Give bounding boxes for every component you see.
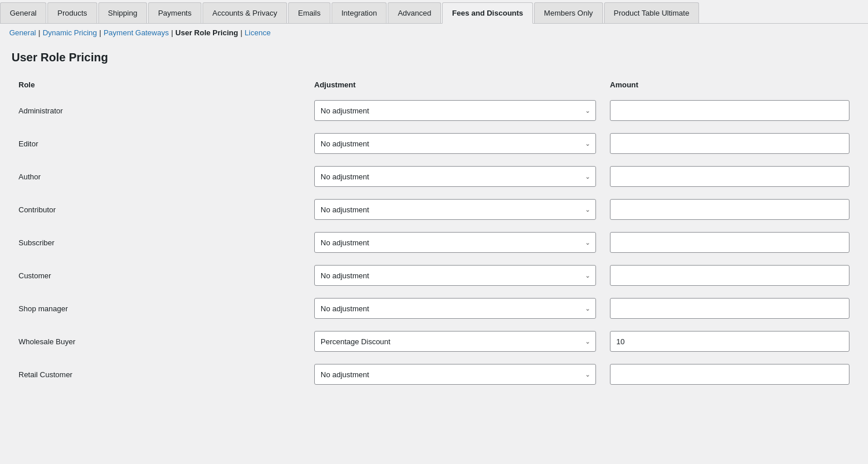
- page-title: User Role Pricing: [12, 51, 856, 64]
- amount-input-shop-manager[interactable]: [610, 298, 849, 319]
- subnav-link-general[interactable]: General: [9, 28, 36, 37]
- table-row: AuthorNo adjustmentPercentage DiscountFi…: [12, 160, 856, 193]
- subnav-separator: |: [38, 28, 40, 37]
- table-row: AdministratorNo adjustmentPercentage Dis…: [12, 94, 856, 127]
- subnav-separator: |: [240, 28, 242, 37]
- subnav-item-user-role-pricing: User Role Pricing: [175, 28, 238, 37]
- tab-members-only[interactable]: Members Only: [534, 2, 603, 23]
- subnav-link-payment-gateways[interactable]: Payment Gateways: [104, 28, 169, 37]
- role-label-customer: Customer: [19, 271, 51, 280]
- select-wrapper-subscriber: No adjustmentPercentage DiscountFixed Di…: [314, 232, 596, 253]
- pricing-table: Role Adjustment Amount AdministratorNo a…: [12, 76, 856, 391]
- subnav-link-licence[interactable]: Licence: [245, 28, 271, 37]
- adjustment-select-contributor[interactable]: No adjustmentPercentage DiscountFixed Di…: [314, 199, 596, 220]
- adjustment-select-customer[interactable]: No adjustmentPercentage DiscountFixed Di…: [314, 265, 596, 286]
- amount-input-author[interactable]: [610, 166, 849, 187]
- amount-input-wholesale-buyer[interactable]: [610, 331, 849, 352]
- role-label-editor: Editor: [19, 139, 38, 148]
- role-label-author: Author: [19, 172, 41, 181]
- col-header-adjustment: Adjustment: [307, 76, 603, 94]
- adjustment-select-author[interactable]: No adjustmentPercentage DiscountFixed Di…: [314, 166, 596, 187]
- adjustment-select-retail-customer[interactable]: No adjustmentPercentage DiscountFixed Di…: [314, 364, 596, 385]
- tab-general[interactable]: General: [0, 2, 46, 23]
- select-wrapper-retail-customer: No adjustmentPercentage DiscountFixed Di…: [314, 364, 596, 385]
- select-wrapper-administrator: No adjustmentPercentage DiscountFixed Di…: [314, 100, 596, 121]
- role-label-administrator: Administrator: [19, 106, 63, 115]
- tab-accounts-privacy[interactable]: Accounts & Privacy: [203, 2, 287, 23]
- page-content: User Role Pricing Role Adjustment Amount…: [0, 42, 868, 400]
- adjustment-select-administrator[interactable]: No adjustmentPercentage DiscountFixed Di…: [314, 100, 596, 121]
- select-wrapper-shop-manager: No adjustmentPercentage DiscountFixed Di…: [314, 298, 596, 319]
- role-label-shop-manager: Shop manager: [19, 304, 68, 313]
- amount-input-customer[interactable]: [610, 265, 849, 286]
- tab-emails[interactable]: Emails: [288, 2, 330, 23]
- table-row: ContributorNo adjustmentPercentage Disco…: [12, 193, 856, 226]
- col-header-role: Role: [12, 76, 307, 94]
- table-row: EditorNo adjustmentPercentage DiscountFi…: [12, 127, 856, 160]
- tab-advanced[interactable]: Advanced: [388, 2, 441, 23]
- subnav-link-dynamic-pricing[interactable]: Dynamic Pricing: [43, 28, 97, 37]
- tab-product-table-ultimate[interactable]: Product Table Ultimate: [604, 2, 700, 23]
- amount-input-retail-customer[interactable]: [610, 364, 849, 385]
- subnav-separator: |: [171, 28, 173, 37]
- table-row: CustomerNo adjustmentPercentage Discount…: [12, 259, 856, 292]
- subnav-separator: |: [100, 28, 101, 37]
- role-label-subscriber: Subscriber: [19, 238, 54, 247]
- select-wrapper-editor: No adjustmentPercentage DiscountFixed Di…: [314, 133, 596, 154]
- tab-integration[interactable]: Integration: [332, 2, 387, 23]
- tab-bar: GeneralProductsShippingPaymentsAccounts …: [0, 0, 868, 24]
- table-row: Shop managerNo adjustmentPercentage Disc…: [12, 292, 856, 325]
- tab-shipping[interactable]: Shipping: [98, 2, 148, 23]
- amount-input-editor[interactable]: [610, 133, 849, 154]
- table-row: Retail CustomerNo adjustmentPercentage D…: [12, 358, 856, 391]
- col-header-amount: Amount: [603, 76, 856, 94]
- role-label-retail-customer: Retail Customer: [19, 370, 72, 379]
- table-row: SubscriberNo adjustmentPercentage Discou…: [12, 226, 856, 259]
- adjustment-select-shop-manager[interactable]: No adjustmentPercentage DiscountFixed Di…: [314, 298, 596, 319]
- select-wrapper-author: No adjustmentPercentage DiscountFixed Di…: [314, 166, 596, 187]
- select-wrapper-wholesale-buyer: No adjustmentPercentage DiscountFixed Di…: [314, 331, 596, 352]
- select-wrapper-contributor: No adjustmentPercentage DiscountFixed Di…: [314, 199, 596, 220]
- amount-input-contributor[interactable]: [610, 199, 849, 220]
- adjustment-select-wholesale-buyer[interactable]: No adjustmentPercentage DiscountFixed Di…: [314, 331, 596, 352]
- role-label-wholesale-buyer: Wholesale Buyer: [19, 337, 75, 346]
- adjustment-select-subscriber[interactable]: No adjustmentPercentage DiscountFixed Di…: [314, 232, 596, 253]
- sub-nav: General|Dynamic Pricing|Payment Gateways…: [0, 24, 868, 42]
- amount-input-subscriber[interactable]: [610, 232, 849, 253]
- select-wrapper-customer: No adjustmentPercentage DiscountFixed Di…: [314, 265, 596, 286]
- tab-payments[interactable]: Payments: [148, 2, 201, 23]
- tab-products[interactable]: Products: [47, 2, 97, 23]
- tab-fees-discounts[interactable]: Fees and Discounts: [442, 2, 533, 24]
- amount-input-administrator[interactable]: [610, 100, 849, 121]
- adjustment-select-editor[interactable]: No adjustmentPercentage DiscountFixed Di…: [314, 133, 596, 154]
- table-row: Wholesale BuyerNo adjustmentPercentage D…: [12, 325, 856, 358]
- role-label-contributor: Contributor: [19, 205, 56, 214]
